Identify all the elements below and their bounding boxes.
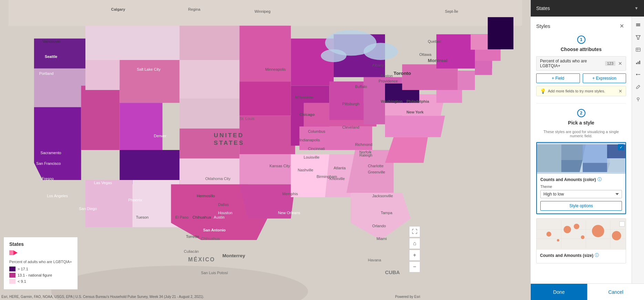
legend-label-high: > 17.1 — [18, 267, 28, 271]
svg-point-111 — [636, 74, 637, 75]
svg-text:Norfolk: Norfolk — [359, 150, 372, 154]
side-icon-chart[interactable] — [633, 57, 644, 68]
styles-panel-header: Styles ✕ — [536, 22, 626, 30]
svg-point-4 — [321, 49, 347, 62]
step2-section: 2 Pick a style These styles are good for… — [536, 109, 626, 263]
theme-select[interactable]: High to low Low to high Above and below … — [540, 190, 622, 198]
style-card-size-preview — [537, 219, 626, 250]
style-card-color-body: Counts and Amounts (color) ⓘ Theme High … — [537, 174, 625, 213]
cancel-button[interactable]: Cancel — [587, 284, 644, 300]
bottom-buttons: Done Cancel — [531, 283, 644, 300]
state-me — [488, 17, 513, 49]
svg-text:Cleveland: Cleveland — [342, 125, 360, 129]
svg-text:Hermosillo: Hermosillo — [197, 194, 215, 198]
side-icon-filter[interactable] — [633, 32, 644, 43]
edit-icon — [635, 84, 641, 90]
layer-header: States ▼ — [531, 0, 644, 17]
zoom-in-btn[interactable]: + — [409, 250, 420, 261]
side-icon-info[interactable] — [633, 44, 644, 55]
svg-marker-82 — [561, 160, 583, 172]
state-sd — [179, 60, 239, 99]
selected-checkmark: ✓ — [618, 144, 624, 150]
svg-rect-105 — [636, 48, 640, 51]
svg-text:Milwaukee: Milwaukee — [295, 95, 313, 99]
svg-text:Boston: Boston — [381, 74, 393, 78]
attribute-close-button[interactable]: ✕ — [618, 61, 622, 66]
style-options-button[interactable]: Style options — [540, 201, 622, 211]
svg-text:Los Angeles: Los Angeles — [47, 194, 68, 198]
svg-text:Ottawa: Ottawa — [419, 52, 432, 57]
more-fields-row: 💡 Add more fields to try more styles. ✕ — [536, 86, 626, 96]
state-nd — [179, 26, 239, 60]
zoom-out-btn[interactable]: − — [409, 261, 420, 272]
svg-point-113 — [637, 98, 639, 100]
svg-text:San Francisco: San Francisco — [36, 161, 61, 166]
svg-text:Austin: Austin — [214, 215, 225, 219]
layer-header-chevron[interactable]: ▼ — [634, 6, 638, 11]
state-ar — [239, 154, 295, 184]
svg-text:Montreal: Montreal — [428, 58, 447, 63]
svg-rect-103 — [636, 26, 640, 26]
side-icon-layers[interactable] — [633, 19, 644, 30]
style-card-color[interactable]: ✓ Counts and Amounts (color) ⓘ Theme Hig… — [536, 142, 626, 214]
style-card-size[interactable]: Counts and Amounts (size) ⓘ — [536, 218, 626, 263]
svg-text:Minneapolis: Minneapolis — [265, 67, 286, 71]
map-area: Vancouver Seattle Portland Sacramento Sa… — [0, 0, 530, 300]
svg-text:El Paso: El Paso — [175, 215, 189, 219]
state-ma — [475, 49, 501, 61]
state-nj — [458, 71, 475, 90]
svg-text:Chihuahua: Chihuahua — [193, 215, 211, 219]
svg-marker-78 — [13, 250, 18, 255]
svg-point-94 — [564, 226, 571, 233]
svg-text:Miami: Miami — [376, 237, 387, 241]
fullscreen-btn[interactable]: ⛶ — [409, 226, 420, 237]
pin-icon — [635, 97, 641, 102]
svg-text:Richmond: Richmond — [355, 142, 372, 147]
svg-text:Seattle: Seattle — [45, 54, 58, 59]
svg-text:Nashville: Nashville — [298, 168, 313, 172]
svg-marker-83 — [583, 144, 610, 163]
svg-rect-108 — [636, 63, 637, 64]
styles-close-button[interactable]: ✕ — [617, 22, 626, 30]
style-card-size-body: Counts and Amounts (size) ⓘ — [537, 250, 626, 263]
legend-color-low — [9, 279, 15, 284]
svg-text:Washington: Washington — [381, 99, 403, 103]
attribute-badge: 123 — [605, 61, 615, 66]
styles-panel: Styles ✕ 1 Choose attributes Percent of … — [531, 17, 632, 283]
side-icon-pin[interactable] — [633, 94, 644, 105]
state-ct — [475, 60, 492, 75]
state-az — [85, 180, 133, 227]
svg-text:UNITED: UNITED — [214, 132, 244, 139]
side-icon-legend[interactable] — [633, 69, 644, 80]
state-ca — [34, 107, 81, 180]
done-button[interactable]: Done — [531, 284, 587, 300]
svg-text:Quebec: Quebec — [428, 39, 442, 43]
svg-text:Philadelphia: Philadelphia — [406, 99, 429, 103]
svg-marker-81 — [561, 144, 586, 160]
style-card-size-title-row: Counts and Amounts (size) ⓘ — [540, 252, 622, 258]
filter-icon — [635, 34, 641, 40]
add-expression-button[interactable]: + Expression — [583, 73, 626, 83]
state-mt — [85, 26, 179, 60]
home-btn[interactable]: ⌂ — [409, 238, 420, 249]
step1-number: 1 — [577, 36, 585, 44]
state-mo — [239, 116, 295, 154]
add-row: + Field + Expression — [536, 73, 626, 83]
side-icon-edit[interactable] — [633, 81, 644, 92]
state-co — [120, 150, 179, 184]
svg-text:St. Louis: St. Louis — [239, 117, 255, 121]
size-info-icon[interactable]: ⓘ — [595, 252, 599, 258]
svg-text:Salt Lake City: Salt Lake City — [137, 67, 160, 71]
svg-point-97 — [612, 231, 621, 240]
styles-panel-title: Styles — [536, 23, 550, 29]
svg-text:Winnipeg: Winnipeg — [255, 9, 271, 13]
svg-text:Tampa: Tampa — [381, 211, 393, 215]
add-field-button[interactable]: + Field — [536, 73, 580, 83]
more-fields-close-button[interactable]: ✕ — [619, 89, 622, 94]
info-icon[interactable]: ⓘ — [598, 177, 602, 182]
legend: States Percent of adults who are LGBTQIA… — [3, 237, 78, 290]
attribution-left: Esri, HERE, Garmin, FAO, NOAA, USGS, EPA… — [1, 295, 204, 299]
style-card-color-title-row: Counts and Amounts (color) ⓘ — [540, 177, 622, 182]
step-divider — [536, 103, 626, 103]
svg-marker-86 — [607, 158, 625, 172]
